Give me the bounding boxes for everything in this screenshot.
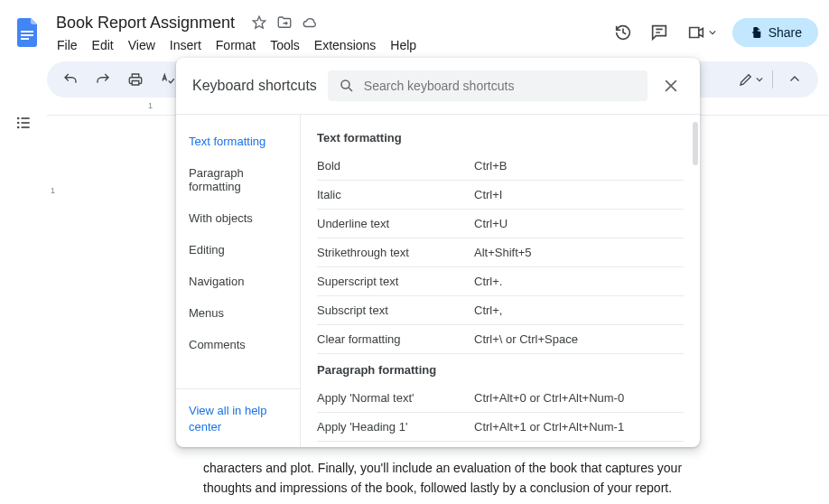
shortcut-row: BoldCtrl+B: [317, 152, 684, 181]
menu-file[interactable]: File: [51, 36, 84, 54]
svg-rect-7: [22, 117, 30, 119]
close-icon: [662, 77, 680, 95]
scrollbar[interactable]: [693, 122, 698, 165]
dialog-sidebar: Text formatting Paragraph formatting Wit…: [176, 115, 301, 447]
cloud-icon[interactable]: [302, 14, 318, 31]
star-icon[interactable]: [251, 14, 267, 31]
sidebar-item-text-formatting[interactable]: Text formatting: [176, 126, 300, 157]
collapse-button[interactable]: [782, 67, 807, 92]
svg-point-5: [17, 122, 20, 125]
redo-button[interactable]: [90, 67, 116, 92]
outline-toggle[interactable]: [9, 108, 38, 137]
menu-help[interactable]: Help: [384, 36, 423, 54]
print-button[interactable]: [123, 67, 148, 92]
sidebar-item-with-objects[interactable]: With objects: [176, 202, 300, 234]
shortcut-row: Clear formattingCtrl+\ or Ctrl+Space: [317, 325, 684, 354]
shortcut-row: Subscript textCtrl+,: [317, 296, 684, 325]
close-button[interactable]: [658, 73, 684, 98]
shortcut-row: ItalicCtrl+I: [317, 181, 684, 210]
editing-mode-button[interactable]: [738, 67, 763, 92]
keyboard-shortcuts-dialog: Keyboard shortcuts Text formatting Parag…: [176, 58, 700, 447]
meet-icon[interactable]: [685, 23, 716, 42]
shortcut-row: Apply 'Heading 1'Ctrl+Alt+1 or Ctrl+Alt+…: [317, 413, 684, 442]
svg-rect-9: [22, 126, 30, 128]
menu-edit[interactable]: Edit: [86, 36, 120, 54]
document-title[interactable]: Book Report Assignment: [51, 12, 240, 34]
help-center-link[interactable]: View all in help center: [189, 404, 266, 434]
search-input[interactable]: [364, 79, 637, 93]
move-icon[interactable]: [276, 14, 293, 31]
menu-extensions[interactable]: Extensions: [308, 36, 382, 54]
svg-rect-3: [752, 32, 755, 33]
sidebar-item-comments[interactable]: Comments: [176, 329, 300, 360]
dialog-title: Keyboard shortcuts: [192, 78, 317, 94]
share-label: Share: [768, 25, 802, 40]
shortcut-row: Apply 'Heading 2'Ctrl+Alt+2 or Ctrl+Alt+…: [317, 442, 684, 447]
app-header: Book Report Assignment File Edit View In…: [0, 0, 829, 58]
svg-point-6: [17, 126, 20, 129]
svg-rect-8: [22, 122, 30, 124]
sidebar-item-navigation[interactable]: Navigation: [176, 266, 300, 297]
svg-rect-2: [21, 38, 29, 40]
title-area: Book Report Assignment File Edit View In…: [51, 12, 613, 54]
undo-button[interactable]: [58, 67, 83, 92]
section-heading: Paragraph formatting: [317, 354, 684, 384]
vertical-ruler[interactable]: 1: [47, 116, 61, 504]
search-icon: [339, 78, 355, 94]
menu-view[interactable]: View: [122, 36, 162, 54]
history-icon[interactable]: [613, 23, 633, 42]
svg-point-4: [17, 117, 20, 120]
svg-rect-1: [21, 34, 33, 36]
document-body[interactable]: characters and plot. Finally, you'll inc…: [203, 458, 775, 499]
share-button[interactable]: Share: [732, 18, 818, 47]
shortcuts-list[interactable]: Text formatting BoldCtrl+B ItalicCtrl+I …: [301, 115, 700, 447]
menu-bar: File Edit View Insert Format Tools Exten…: [51, 36, 613, 54]
menu-format[interactable]: Format: [210, 36, 262, 54]
menu-insert[interactable]: Insert: [163, 36, 208, 54]
docs-logo[interactable]: [11, 16, 43, 49]
svg-point-10: [341, 80, 349, 89]
sidebar-item-menus[interactable]: Menus: [176, 297, 300, 329]
menu-tools[interactable]: Tools: [264, 36, 306, 54]
shortcut-row: Superscript textCtrl+.: [317, 267, 684, 296]
section-heading: Text formatting: [317, 122, 684, 152]
svg-rect-0: [21, 31, 33, 33]
comment-icon[interactable]: [649, 23, 669, 42]
search-box[interactable]: [328, 70, 647, 101]
shortcut-row: Apply 'Normal text'Ctrl+Alt+0 or Ctrl+Al…: [317, 384, 684, 413]
shortcut-row: Underline textCtrl+U: [317, 210, 684, 238]
sidebar-item-editing[interactable]: Editing: [176, 234, 300, 266]
sidebar-item-paragraph-formatting[interactable]: Paragraph formatting: [176, 157, 300, 202]
shortcut-row: Strikethrough textAlt+Shift+5: [317, 238, 684, 267]
